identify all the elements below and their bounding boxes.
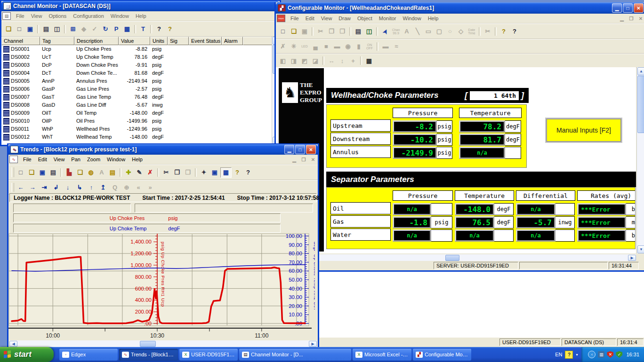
pan-down-left-icon[interactable]: ↲: [51, 183, 61, 192]
add-trace-icon[interactable]: ✚: [123, 168, 134, 177]
taskbar-button-edgex[interactable]: ◦Edgex: [59, 349, 118, 361]
tool-bar-icon[interactable]: ▬: [332, 42, 342, 51]
save-icon[interactable]: ▣: [299, 27, 310, 36]
toolbar-grip[interactable]: [11, 167, 14, 177]
context-help-icon[interactable]: ?: [243, 168, 253, 177]
ellipse-tool-icon[interactable]: ○: [445, 27, 455, 36]
align-right-icon[interactable]: ◨: [289, 56, 299, 65]
channel-row[interactable]: DS0005AnnPAnnulus Pres-2149.94psig: [1, 77, 272, 85]
scroll-thumb[interactable]: [445, 255, 459, 261]
scroll-right-button[interactable]: ▶: [309, 341, 317, 347]
menu-help[interactable]: Help: [132, 12, 150, 20]
maximize-button[interactable]: □: [295, 145, 305, 154]
help-icon[interactable]: ?: [165, 24, 175, 34]
menu-help[interactable]: Help: [425, 15, 442, 22]
cut-icon[interactable]: ✂: [161, 168, 171, 177]
column-header-description[interactable]: Description: [74, 37, 119, 45]
prev-view-icon[interactable]: «: [133, 183, 144, 192]
channel-row[interactable]: DS0002UcTUp Choke Temp78.16degF: [1, 53, 272, 61]
edit-trace-icon[interactable]: ✎: [134, 168, 145, 177]
menu-help[interactable]: Help: [129, 156, 146, 163]
annotate-text-icon[interactable]: A: [97, 168, 107, 177]
close-button[interactable]: ✕: [306, 145, 316, 154]
print-icon[interactable]: ▤: [353, 27, 363, 36]
network-icon[interactable]: ▥: [598, 351, 604, 358]
taskbar-button-config[interactable]: ▞Configurable Monitor...: [413, 349, 471, 361]
tool-column-icon[interactable]: ▄: [310, 42, 321, 51]
language-options-icon[interactable]: ▾: [576, 353, 578, 357]
mdi-minimize-button[interactable]: ▁: [290, 157, 298, 162]
mdi-restore-button[interactable]: ❐: [300, 157, 307, 162]
menu-options[interactable]: Options: [45, 12, 70, 20]
menu-edit[interactable]: Edit: [302, 15, 318, 22]
menu-file[interactable]: File: [20, 156, 35, 163]
tool-filled-rect-icon[interactable]: ■: [321, 42, 331, 51]
zoom-out-icon[interactable]: Q: [110, 183, 120, 192]
column-header-units[interactable]: Units: [150, 37, 168, 45]
notes-icon[interactable]: ▤: [107, 168, 118, 177]
legend-row-up-choke-pres[interactable]: Up Choke Prespsig: [13, 213, 281, 222]
column-header-alarm[interactable]: Alarm: [222, 37, 243, 45]
print-icon[interactable]: ▤: [48, 168, 58, 177]
scroll-thumb[interactable]: [637, 76, 644, 133]
accept-check-icon[interactable]: ✓: [89, 24, 100, 34]
manual-inputs-button[interactable]: Manual Inputs [F2]: [546, 118, 621, 142]
menu-window[interactable]: Window: [107, 12, 132, 20]
paste-icon[interactable]: ❒: [337, 27, 347, 36]
cut-icon[interactable]: ✂: [315, 27, 326, 36]
menu-window[interactable]: Window: [104, 156, 129, 163]
help-icon[interactable]: ?: [499, 27, 509, 36]
channel-row[interactable]: DS0009OilTOil Temp-148.00degF: [1, 109, 272, 117]
trend-chart[interactable]: 10:0010:3011:001,400.001,200.001,000.008…: [8, 233, 315, 340]
collapse-tray-icon[interactable]: ‹: [588, 351, 596, 358]
tag-diamond-icon[interactable]: ◆: [79, 24, 89, 34]
tool-gauge-icon[interactable]: ✗: [278, 42, 288, 51]
polygon-tool-icon[interactable]: ◇: [456, 27, 466, 36]
taskbar-button-excel[interactable]: XUSER-DD915F19ED\...: [179, 349, 238, 361]
zoom-window-icon[interactable]: ⊕: [121, 183, 132, 192]
column-header-event-status[interactable]: Event Status: [189, 37, 222, 45]
tool-vbar-icon[interactable]: ▮: [354, 42, 364, 51]
print-icon[interactable]: ▤: [41, 24, 51, 34]
save-icon[interactable]: ▣: [25, 24, 35, 34]
open-folder-icon[interactable]: ❏: [289, 27, 299, 36]
channel-row[interactable]: DS0001UcpUp Choke Pres-8.82psig: [1, 45, 272, 53]
menu-object[interactable]: Object: [354, 15, 376, 22]
align-left-icon[interactable]: ◧: [278, 56, 288, 65]
tool-dial-icon[interactable]: ✳: [289, 42, 299, 51]
channel-row[interactable]: DS0006GasPGas Line Pres-2.57psig: [1, 85, 272, 93]
column-header-channel[interactable]: Channel: [1, 37, 40, 45]
menu-configuration[interactable]: Configuration: [70, 12, 107, 20]
menu-view[interactable]: View: [318, 15, 336, 22]
poll-icon[interactable]: P: [111, 24, 121, 34]
new-document-icon[interactable]: □: [14, 24, 24, 34]
close-button[interactable]: ✕: [634, 3, 644, 13]
report-icon[interactable]: ◫: [364, 27, 374, 36]
minimize-button[interactable]: ▁: [612, 3, 622, 13]
grid-view-icon[interactable]: ▦: [122, 24, 132, 34]
menu-zoom[interactable]: Zoom: [84, 156, 104, 163]
channel-value-tool-icon[interactable]: Chan 99.9: [391, 27, 401, 36]
pan-end-icon[interactable]: ⇥: [39, 183, 49, 192]
maximize-button[interactable]: □: [623, 3, 633, 13]
channel-row[interactable]: DS0012WhTWellhead Temp-148.00degF: [1, 133, 272, 141]
column-header-sig[interactable]: Sig: [168, 37, 189, 45]
pan-right-icon[interactable]: →: [27, 183, 38, 192]
next-view-icon[interactable]: »: [145, 183, 155, 192]
configurable-monitor-hscrollbar[interactable]: ◀ ▶: [276, 254, 636, 261]
menu-file[interactable]: File: [13, 12, 28, 20]
rectangle-tool-icon[interactable]: ▭: [423, 27, 434, 36]
copy-icon[interactable]: ❐: [172, 168, 182, 177]
rounded-rect-tool-icon[interactable]: ▢: [434, 27, 444, 36]
cycle-icon[interactable]: ↻: [100, 24, 111, 34]
start-button[interactable]: start: [0, 347, 54, 362]
data-table-icon[interactable]: ▦: [220, 167, 232, 178]
channel-row[interactable]: DS0010OilPOil Pres-1499.96psig: [1, 117, 272, 125]
security-alert-icon[interactable]: ✕: [607, 351, 613, 358]
scroll-left-button[interactable]: ◀: [9, 341, 17, 347]
configurable-monitor-vscrollbar[interactable]: ▲ ▼: [636, 67, 644, 253]
align-bottom-icon[interactable]: ◪: [310, 56, 321, 65]
text-tool-icon[interactable]: T: [138, 24, 148, 34]
pan-up-full-icon[interactable]: ↥: [98, 183, 108, 192]
text-tool-icon[interactable]: A: [402, 27, 412, 36]
